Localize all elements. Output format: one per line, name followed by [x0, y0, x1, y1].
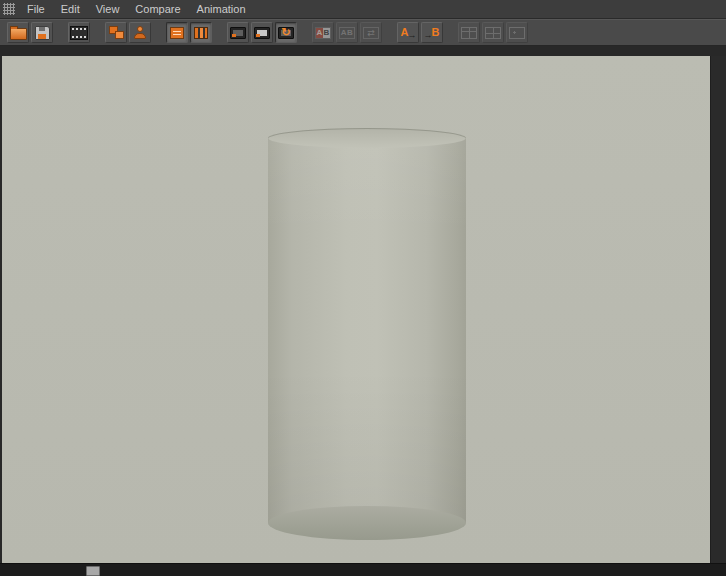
monitor-screen-icon: [254, 27, 270, 39]
monitor-a-button[interactable]: [227, 22, 249, 43]
cylinder-bottom-cap: [268, 506, 466, 540]
open-button[interactable]: [7, 22, 29, 43]
orange-dot-icon: [256, 34, 260, 37]
picture-viewer-window: File Edit View Compare Animation: [0, 0, 726, 576]
layers-icon: [170, 27, 184, 39]
ab-letter-b: B: [323, 28, 330, 38]
toolbar-group-layout: [458, 22, 528, 43]
object-preview-button[interactable]: [129, 22, 151, 43]
compare-ab-alt-button[interactable]: AB: [336, 22, 358, 43]
monitor-refresh-button[interactable]: ↻: [275, 22, 297, 43]
monitor-b-button[interactable]: [251, 22, 273, 43]
horizontal-scrollbar-track[interactable]: [0, 563, 726, 576]
ab-letter-a: A: [316, 28, 323, 38]
grid-cells-icon: [485, 27, 501, 39]
stacked-frames-icon: [109, 26, 124, 39]
set-image-b-button[interactable]: B →: [421, 22, 443, 43]
layout-grid-cells-button[interactable]: [482, 22, 504, 43]
layers-button[interactable]: [166, 22, 188, 43]
set-b-letter: B: [432, 26, 440, 38]
cylinder-body: [268, 138, 466, 523]
filmstrip-icon: [70, 26, 88, 40]
set-image-a-button[interactable]: A →: [397, 22, 419, 43]
menu-compare[interactable]: Compare: [127, 0, 188, 18]
menu-file[interactable]: File: [19, 0, 53, 18]
stack-button[interactable]: [190, 22, 212, 43]
movie-button[interactable]: [68, 22, 90, 43]
orange-dot-icon: [232, 34, 236, 37]
cylinder-top-cap: [268, 128, 466, 148]
menu-bar: File Edit View Compare Animation: [0, 0, 726, 19]
monitor-refresh-icon: ↻: [278, 27, 294, 39]
monitor-icon: [230, 27, 246, 39]
ab-swap-icon: ⇄: [363, 27, 379, 39]
toolbar-group-movie: [68, 22, 90, 43]
copy-frames-button[interactable]: [105, 22, 127, 43]
refresh-arrows-icon: ↻: [279, 28, 293, 38]
save-icon: [35, 26, 50, 40]
set-b-icon: B →: [424, 26, 441, 40]
stack-icon: [194, 27, 208, 39]
toolbar-group-panels: [166, 22, 212, 43]
toolbar-group-compare: A B AB ⇄: [312, 22, 382, 43]
set-a-icon: A →: [400, 26, 417, 40]
arrow-right-icon: →: [424, 31, 433, 40]
menu-view[interactable]: View: [88, 0, 128, 18]
grip-handle-icon[interactable]: [3, 3, 15, 15]
grid-thumbs-icon: [509, 27, 525, 39]
folder-open-icon: [10, 28, 27, 40]
horizontal-scrollbar-thumb[interactable]: [86, 566, 100, 576]
rendered-cylinder: [268, 128, 466, 540]
toolbar-group-frames: [105, 22, 151, 43]
grid-columns-icon: [461, 27, 477, 39]
ab-compare-icon: A B: [315, 27, 331, 39]
compare-swap-button[interactable]: ⇄: [360, 22, 382, 43]
layout-grid-columns-button[interactable]: [458, 22, 480, 43]
menu-edit[interactable]: Edit: [53, 0, 88, 18]
ab-gray-icon: AB: [339, 27, 355, 39]
vertical-scrollbar-track[interactable]: [710, 56, 726, 563]
person-icon: [134, 26, 146, 39]
menu-animation[interactable]: Animation: [189, 0, 254, 18]
arrow-right-icon: →: [408, 31, 417, 40]
save-button[interactable]: [31, 22, 53, 43]
toolbar-group-monitors: ↻: [227, 22, 297, 43]
toolbar: ↻ A B AB ⇄ A →: [0, 19, 726, 46]
layout-grid-thumbs-button[interactable]: [506, 22, 528, 43]
image-canvas[interactable]: [2, 56, 710, 563]
toolbar-group-file: [7, 22, 53, 43]
toolbar-group-set-ab: A → B →: [397, 22, 443, 43]
compare-ab-button[interactable]: A B: [312, 22, 334, 43]
